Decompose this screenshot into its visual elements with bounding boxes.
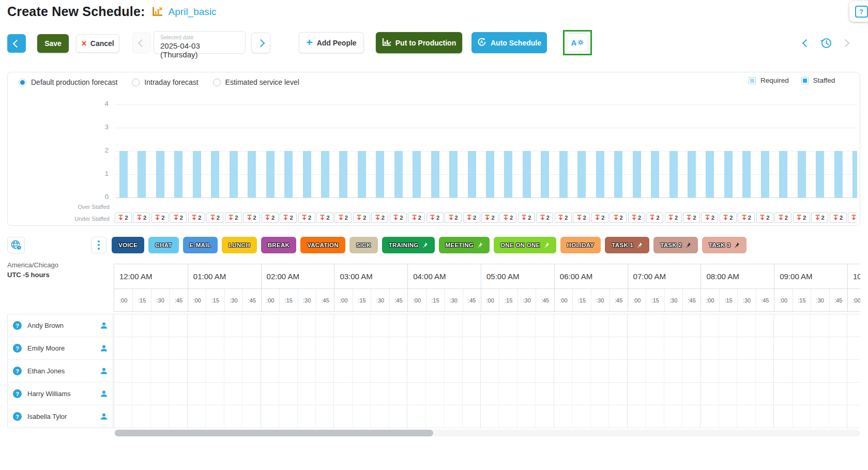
arrow-down-to-bar-icon: [815, 215, 820, 221]
staffed-bar: [119, 151, 128, 198]
schedule-settings-button[interactable]: A: [567, 33, 588, 52]
legend-staffed[interactable]: Staffed: [801, 77, 835, 84]
person-icon[interactable]: [100, 390, 108, 397]
employee-row[interactable]: ?Andy Brown: [8, 314, 113, 337]
horizontal-scrollbar[interactable]: [114, 430, 860, 436]
staffed-bar: [174, 151, 182, 198]
activity-chip-training[interactable]: TRAINING: [382, 237, 435, 253]
forecast-option-estimated-service-level[interactable]: Estimated service level: [213, 78, 299, 86]
employee-help-icon[interactable]: ?: [13, 389, 22, 398]
save-button[interactable]: Save: [37, 34, 69, 53]
pin-icon: [636, 242, 643, 248]
employee-schedule-row[interactable]: [114, 383, 860, 405]
hour-cell: 06:00 AM: [554, 264, 628, 289]
activity-chip-one-on-one[interactable]: ONE ON ONE: [494, 237, 556, 253]
arrow-down-to-bar-icon: [265, 215, 270, 221]
employee-help-icon[interactable]: ?: [13, 344, 22, 353]
employee-row[interactable]: ?Isabella Tylor: [8, 405, 113, 428]
quarter-tick: :30: [737, 289, 755, 312]
undo-button[interactable]: [803, 40, 809, 46]
activity-chips: VOICECHATE-MAILLUNCHBREAKVACATIONSICKTRA…: [112, 237, 747, 253]
activity-chip-break[interactable]: BREAK: [261, 237, 296, 253]
forecast-option-label: Intraday forecast: [144, 78, 198, 86]
put-to-production-button[interactable]: Put to Production: [376, 32, 462, 53]
legend-required[interactable]: Required: [749, 77, 789, 84]
hour-label: 07:00 AM: [633, 272, 666, 281]
activity-chip-holiday[interactable]: HOLIDAY: [560, 237, 601, 253]
under-staffed-value: 2: [436, 215, 439, 221]
legend-checkbox[interactable]: [801, 77, 809, 84]
employee-schedule-row[interactable]: [114, 314, 860, 337]
employee-schedule-row[interactable]: [114, 405, 860, 428]
staffed-bar: [504, 151, 512, 198]
schedule-grid[interactable]: [114, 314, 860, 428]
quarter-tick: :30: [298, 289, 316, 312]
person-icon[interactable]: [100, 322, 108, 329]
staffed-bar: [339, 151, 347, 198]
help-button[interactable]: ?: [849, 1, 868, 22]
quarter-tick: :15: [132, 289, 150, 312]
scrollbar-thumb[interactable]: [115, 430, 433, 436]
activity-chip-chat[interactable]: CHAT: [148, 237, 178, 253]
add-people-button[interactable]: + Add People: [299, 32, 364, 53]
forecast-option-intraday-forecast[interactable]: Intraday forecast: [132, 78, 198, 86]
person-icon[interactable]: [100, 413, 108, 420]
under-staffed-value: 2: [711, 215, 714, 221]
activity-chip-e-mail[interactable]: E-MAIL: [183, 237, 218, 253]
redo-button[interactable]: [843, 40, 848, 46]
person-icon[interactable]: [100, 368, 108, 374]
under-staffed-cell: 2: [243, 213, 260, 223]
radio-icon: [213, 79, 221, 86]
under-staffed-cell: 2: [756, 213, 773, 223]
staffed-bar: [651, 151, 659, 198]
history-clock-icon[interactable]: [819, 37, 833, 50]
back-button[interactable]: [7, 34, 26, 53]
cancel-button[interactable]: × Cancel: [76, 34, 119, 53]
forecast-option-default-production-forecast[interactable]: Default production forecast: [19, 78, 117, 86]
employee-name: Emily Moore: [27, 344, 95, 352]
activity-chip-vacation[interactable]: VACATION: [300, 237, 345, 253]
staffed-bar: [577, 151, 586, 198]
employee-row[interactable]: ?Ethan Jones: [8, 360, 113, 383]
quarter-tick: :45: [169, 289, 187, 312]
employee-schedule-row[interactable]: [114, 360, 860, 383]
arrow-down-to-bar-icon: [210, 215, 215, 221]
activity-chip-label: ONE ON ONE: [500, 242, 540, 248]
y-axis-tick: 4: [82, 100, 109, 108]
activity-chip-task-1[interactable]: TASK 1: [605, 237, 649, 253]
employee-schedule-row[interactable]: [114, 337, 860, 360]
legend-checkbox[interactable]: [749, 77, 756, 84]
activity-chip-task-2[interactable]: TASK 2: [653, 237, 698, 253]
employee-help-icon[interactable]: ?: [13, 412, 22, 421]
employee-row[interactable]: ?Emily Moore: [8, 337, 113, 360]
hour-cell: 08:00 AM: [701, 264, 774, 289]
person-icon[interactable]: [100, 345, 108, 352]
quarter-tick: :45: [609, 289, 627, 312]
staffed-bar: [413, 151, 421, 198]
staffed-bar: [742, 151, 751, 198]
activities-menu-button[interactable]: [91, 237, 106, 253]
timezone-globe-button[interactable]: [7, 237, 25, 253]
activity-chip-sick[interactable]: SICK: [349, 237, 378, 253]
auto-schedule-button[interactable]: A Auto Schedule: [471, 32, 547, 53]
staffed-bar: [303, 151, 311, 198]
activity-chip-lunch[interactable]: LUNCH: [222, 237, 257, 253]
timezone-offset: UTC -5 hours: [7, 271, 50, 279]
under-staffed-value: 2: [620, 215, 623, 221]
arrow-down-to-bar-icon: [393, 215, 398, 221]
employee-help-icon[interactable]: ?: [13, 367, 22, 375]
selected-date-field[interactable]: Selected date 2025-04-03 (Thursday): [154, 31, 246, 54]
arrow-down-to-bar-icon: [650, 215, 654, 221]
under-staffed-cell: 2: [628, 213, 645, 223]
next-day-button[interactable]: [251, 33, 270, 53]
activity-chip-task-3[interactable]: TASK 3: [702, 237, 747, 253]
activity-chip-meeting[interactable]: MEETING: [439, 237, 490, 253]
employee-help-icon[interactable]: ?: [13, 321, 22, 330]
activity-chip-voice[interactable]: VOICE: [112, 237, 144, 253]
previous-day-button[interactable]: [132, 33, 151, 53]
activity-chip-label: TASK 2: [660, 242, 682, 248]
employee-row[interactable]: ?Harry Williams: [8, 383, 113, 405]
quarter-tick: :15: [426, 289, 444, 312]
schedule-name-link[interactable]: April_basic: [169, 6, 217, 18]
under-staffed-value: 2: [418, 215, 421, 221]
